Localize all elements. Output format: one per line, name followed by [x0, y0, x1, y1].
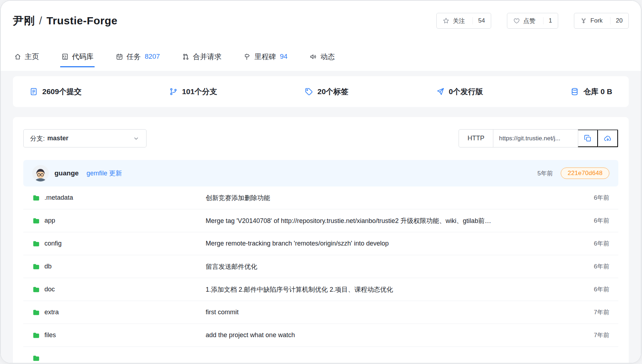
table-row[interactable]: config Merge remote-tracking branch 'rem…	[23, 232, 618, 255]
file-name[interactable]: db	[44, 263, 52, 270]
repo-owner[interactable]: 尹刚	[13, 14, 35, 28]
folder-icon	[32, 240, 40, 248]
commit-time: 7年前	[575, 331, 609, 339]
commit-author[interactable]: guange	[54, 169, 79, 177]
branch-icon	[169, 87, 178, 96]
avatar	[32, 165, 49, 181]
clone-url-input[interactable]	[493, 130, 578, 147]
table-row[interactable]: doc 1.添加文档 2.邮件中缺陷序号计算机制优化 2.项目、课程动态优化 6…	[23, 278, 618, 301]
folder-icon	[32, 309, 40, 316]
latest-commit-message-link[interactable]: gemfile 更新	[87, 169, 122, 178]
folder-icon	[32, 217, 40, 225]
download-icon[interactable]	[598, 130, 618, 147]
commit-message-link[interactable]: 留言发送邮件优化	[206, 262, 575, 271]
table-row[interactable]: db 留言发送邮件优化 6年前	[23, 255, 618, 278]
commits-icon	[29, 87, 38, 96]
file-name[interactable]: .metadata	[44, 194, 73, 202]
table-row[interactable]: extra first commit 7年前	[23, 301, 618, 324]
file-name-cell[interactable]: files	[32, 331, 206, 339]
file-name-cell[interactable]: .metadata	[32, 194, 206, 202]
latest-commit-bar: guange gemfile 更新 5年前 221e70d648	[23, 160, 618, 186]
watch-button[interactable]: 关注 54	[436, 13, 491, 29]
stat-releases[interactable]: 0个发行版	[436, 87, 483, 97]
fork-count: 20	[610, 17, 623, 24]
tab-code-repository[interactable]: 代码库	[60, 47, 95, 67]
table-row[interactable]: files add the project what one watch 7年前	[23, 324, 618, 347]
repo-stats-bar: 2609个提交 101个分支 20个标签 0个发行版	[13, 76, 629, 107]
fork-icon	[580, 17, 587, 24]
tab-merge-requests[interactable]: 合并请求	[181, 47, 222, 67]
file-name-cell[interactable]: db	[32, 263, 206, 271]
file-name-cell[interactable]: config	[32, 240, 206, 248]
commit-message-link[interactable]: 1.添加文档 2.邮件中缺陷序号计算机制优化 2.项目、课程动态优化	[206, 285, 575, 294]
commit-time: 7年前	[575, 308, 609, 316]
table-row[interactable]: .metadata 创新竞赛添加删除功能 6年前	[23, 186, 618, 209]
file-name[interactable]: doc	[44, 286, 55, 293]
commit-message-link[interactable]: 创新竞赛添加删除功能	[206, 194, 575, 202]
title-separator: /	[39, 15, 42, 27]
file-name[interactable]: app	[44, 217, 55, 224]
file-name[interactable]: files	[44, 331, 56, 339]
stat-commits[interactable]: 2609个提交	[29, 87, 82, 97]
page-title: 尹刚 / Trustie-Forge	[13, 14, 118, 28]
fork-label: Fork	[590, 17, 603, 24]
milestones-count: 94	[280, 52, 287, 61]
commit-message-link[interactable]: first commit	[206, 309, 575, 316]
file-name-cell[interactable]: extra	[32, 309, 206, 316]
tasks-count: 8207	[145, 52, 160, 61]
chevron-down-icon	[133, 135, 140, 142]
branch-selector[interactable]: 分支: master	[23, 129, 147, 147]
tab-milestones[interactable]: 里程碑 94	[243, 47, 288, 67]
table-row[interactable]: app Merge tag 'V20140708' of http://repo…	[23, 209, 618, 232]
latest-commit-time: 5年前	[537, 169, 553, 178]
repo-name[interactable]: Trustie-Forge	[47, 15, 118, 27]
folder-icon	[32, 263, 40, 271]
file-name-cell[interactable]: app	[32, 217, 206, 225]
content-area: 2609个提交 101个分支 20个标签 0个发行版	[1, 71, 641, 363]
commit-time: 6年前	[575, 262, 609, 271]
merge-request-icon	[182, 53, 190, 60]
file-table: guange gemfile 更新 5年前 221e70d648 .metada…	[23, 160, 618, 363]
file-name[interactable]: extra	[44, 309, 59, 316]
star-icon	[442, 17, 450, 24]
commit-time: 6年前	[575, 239, 609, 248]
database-icon	[570, 87, 579, 96]
code-browser-card: 分支: master HTTP	[13, 117, 629, 363]
branch-value: master	[47, 135, 68, 142]
tab-activity[interactable]: 动态	[308, 47, 336, 67]
file-name[interactable]: config	[44, 240, 62, 247]
watch-count: 54	[473, 17, 485, 24]
like-label: 点赞	[523, 17, 536, 25]
repo-tabs: 主页 代码库 任务 8207 合并请求	[13, 47, 629, 67]
release-icon	[436, 87, 445, 96]
like-button[interactable]: 点赞 1	[507, 13, 558, 29]
file-name-cell[interactable]: doc	[32, 286, 206, 293]
commit-message-link[interactable]: Merge remote-tracking branch 'remotes/or…	[206, 240, 575, 247]
file-name-cell[interactable]	[32, 354, 206, 362]
copy-icon[interactable]	[578, 130, 598, 147]
table-row-partial[interactable]	[23, 347, 618, 363]
like-count: 1	[543, 17, 552, 24]
commit-hash-badge[interactable]: 221e70d648	[561, 168, 609, 179]
protocol-button[interactable]: HTTP	[459, 130, 493, 147]
tag-icon	[305, 87, 313, 96]
fork-button[interactable]: Fork 20	[574, 13, 629, 29]
repository-icon	[61, 53, 69, 60]
stat-repo-size[interactable]: 仓库 0 B	[570, 87, 612, 97]
code-toolbar: 分支: master HTTP	[23, 129, 618, 147]
commit-time: 6年前	[575, 285, 609, 293]
commit-time: 6年前	[575, 194, 609, 202]
activity-icon	[310, 53, 317, 60]
home-icon	[14, 53, 21, 60]
tab-tasks[interactable]: 任务 8207	[115, 47, 161, 67]
commit-message-link[interactable]: Merge tag 'V20140708' of http://reposito…	[206, 217, 575, 225]
stat-tags[interactable]: 20个标签	[305, 87, 348, 97]
tasks-icon	[116, 53, 123, 60]
folder-icon	[32, 354, 40, 362]
folder-icon	[32, 194, 40, 202]
milestone-icon	[244, 53, 251, 60]
tab-home[interactable]: 主页	[13, 47, 40, 67]
commit-message-link[interactable]: add the project what one watch	[206, 331, 575, 339]
clone-url-group: HTTP	[459, 129, 618, 147]
stat-branches[interactable]: 101个分支	[169, 87, 217, 97]
